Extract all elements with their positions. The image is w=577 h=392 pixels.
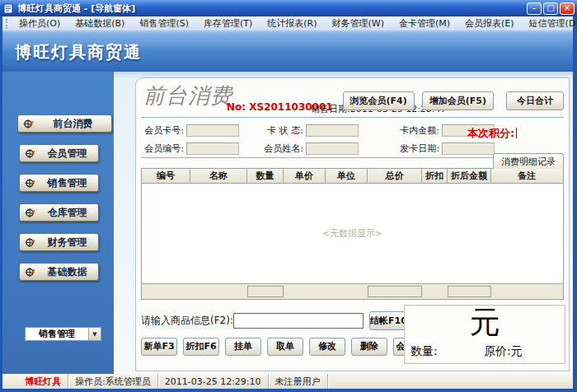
- discount-button[interactable]: 折扣F6: [183, 338, 219, 356]
- window-frame: 操作员(O) 基础数据(B) 销售管理(S) 库存管理(T) 统计报表(R) 财…: [0, 16, 577, 391]
- menu-reports[interactable]: 统计报表(R): [260, 16, 324, 31]
- menubar: 操作员(O) 基础数据(B) 销售管理(S) 库存管理(T) 统计报表(R) 财…: [2, 16, 573, 31]
- sidebar-item-members[interactable]: 会员管理: [19, 144, 99, 162]
- statusbar: 博旺灯具 操作员:系统管理员 2011-03-25 12:29:10 未注册用户: [2, 374, 573, 389]
- col-qty[interactable]: 数量: [247, 169, 284, 183]
- col-discounted-amount[interactable]: 折后金额: [448, 169, 490, 183]
- app-body: 前台消费 会员管理 销售管理 仓库管理 财务管理: [2, 72, 573, 374]
- gear-icon: [25, 237, 35, 248]
- gear-icon: [25, 267, 35, 278]
- points-label: 本次积分:: [467, 126, 517, 141]
- status-brand: 博旺灯具: [2, 374, 68, 389]
- maximize-button[interactable]: □: [543, 2, 558, 15]
- card-issue-date-label: 发卡日期:: [393, 142, 439, 155]
- col-name[interactable]: 名称: [190, 169, 247, 183]
- module-dropdown-value: 销售管理: [26, 328, 88, 340]
- sidebar-item-label: 前台消费: [38, 117, 111, 131]
- app-icon: [3, 3, 14, 14]
- member-name-label: 会员姓名:: [257, 142, 303, 155]
- tab-row: 消费明细记录: [141, 157, 564, 168]
- product-entry-input[interactable]: [233, 313, 364, 329]
- banner-title: 博旺灯具商贸通: [15, 41, 142, 63]
- gear-icon: [23, 119, 34, 129]
- card-issue-date-input[interactable]: [442, 142, 495, 155]
- page-header: 前台消费 No: XS2011030001 销售日期:2011-03-25 12…: [141, 82, 564, 116]
- titlebar: 博旺灯具商贸通 - [导航窗体] – □ ×: [0, 0, 577, 16]
- delete-button[interactable]: 删除: [351, 338, 387, 356]
- status-datetime: 2011-03-25 12:29:10: [158, 374, 269, 389]
- menu-finance[interactable]: 财务管理(W): [325, 16, 392, 31]
- member-card-no-input[interactable]: [186, 124, 239, 137]
- today-total-button[interactable]: 今日合计: [506, 91, 564, 110]
- retrieve-order-button[interactable]: 取单: [267, 338, 303, 356]
- col-remark[interactable]: 备注: [491, 169, 563, 183]
- col-total[interactable]: 总价: [368, 169, 422, 183]
- sidebar-item-label: 基础数据: [40, 265, 98, 279]
- grid-header: 编号 名称 数量 单价 单位 总价 折扣 折后金额 备注: [142, 169, 563, 184]
- menu-grip-icon: [6, 19, 7, 29]
- status-license: 未注册用户: [269, 374, 328, 389]
- status-operator: 操作员:系统管理员: [68, 374, 158, 389]
- front-desk-panel: 前台消费 No: XS2011030001 销售日期:2011-03-25 12…: [135, 77, 570, 371]
- hold-order-button[interactable]: 挂单: [225, 338, 261, 356]
- browse-members-button[interactable]: 浏览会员(F4): [343, 91, 415, 110]
- tab-consumption-detail[interactable]: 消费明细记录: [493, 153, 564, 169]
- chevron-down-icon[interactable]: ▼: [88, 328, 101, 340]
- checkout-button[interactable]: 结帐F10: [369, 311, 408, 330]
- quantity-label: 数量:: [410, 344, 438, 359]
- modify-button[interactable]: 修改: [309, 338, 345, 356]
- add-member-button[interactable]: 增加会员(F5): [422, 91, 494, 110]
- sidebar: 前台消费 会员管理 销售管理 仓库管理 财务管理: [2, 72, 114, 374]
- col-unit-price[interactable]: 单价: [284, 169, 326, 183]
- summary-qty-box: [247, 286, 284, 297]
- summary-discounted-box: [448, 286, 490, 297]
- col-id[interactable]: 编号: [142, 169, 190, 183]
- text-caret: [516, 128, 517, 138]
- summary-total-box: [368, 286, 422, 297]
- menu-operator[interactable]: 操作员(O): [12, 16, 68, 31]
- sidebar-item-label: 仓库管理: [40, 206, 98, 220]
- content-area: 前台消费 No: XS2011030001 销售日期:2011-03-25 12…: [114, 72, 573, 374]
- original-price-label: 原价:元: [484, 344, 523, 359]
- menu-sms[interactable]: 短信管理(D): [522, 16, 577, 31]
- grid-summary-row: [142, 283, 563, 299]
- sidebar-item-finance[interactable]: 财务管理: [19, 233, 99, 251]
- new-order-button[interactable]: 新单F3: [141, 338, 177, 356]
- gear-icon: [25, 208, 35, 218]
- page-title: 前台消费: [143, 82, 232, 110]
- menu-sales[interactable]: 销售管理(S): [132, 16, 196, 31]
- gear-icon: [25, 178, 35, 189]
- member-fields: 会员卡号: 卡 状 态: 卡内金额:: [141, 118, 564, 157]
- minimize-button[interactable]: –: [527, 2, 542, 15]
- items-grid: 编号 名称 数量 单价 单位 总价 折扣 折后金额 备注 <无数据显示>: [141, 168, 564, 300]
- price-panel: 元 数量: 原价:元: [404, 305, 565, 364]
- header-buttons: 浏览会员(F4) 增加会员(F5) 今日合计: [343, 91, 564, 110]
- menu-gold-card[interactable]: 金卡管理(M): [392, 16, 457, 31]
- menu-member-reports[interactable]: 会员报表(E): [457, 16, 522, 31]
- menu-basic-data[interactable]: 基础数据(B): [68, 16, 132, 31]
- menu-inventory[interactable]: 库存管理(T): [196, 16, 260, 31]
- member-card-no-label: 会员卡号:: [141, 124, 184, 137]
- grid-empty-state: <无数据显示>: [142, 184, 563, 283]
- sidebar-item-label: 财务管理: [40, 236, 98, 250]
- sidebar-item-label: 会员管理: [40, 147, 98, 161]
- card-balance-label: 卡内金额:: [393, 124, 439, 137]
- col-unit[interactable]: 单位: [326, 169, 368, 183]
- member-name-input[interactable]: [306, 142, 359, 155]
- app-window: 博旺灯具商贸通 - [导航窗体] – □ × 操作员(O) 基础数据(B) 销售…: [0, 0, 577, 392]
- sidebar-item-label: 销售管理: [40, 176, 98, 190]
- sidebar-item-warehouse[interactable]: 仓库管理: [19, 203, 99, 222]
- member-no-input[interactable]: [186, 142, 239, 155]
- product-entry-label: 请输入商品信息(F2):: [141, 314, 233, 328]
- window-title: 博旺灯具商贸通 - [导航窗体]: [17, 2, 525, 15]
- module-dropdown[interactable]: 销售管理 ▼: [25, 327, 101, 341]
- member-no-label: 会员编号:: [141, 142, 184, 155]
- sidebar-item-basic-data[interactable]: 基础数据: [19, 263, 99, 281]
- card-status-input[interactable]: [306, 124, 359, 137]
- banner: 博旺灯具商贸通: [2, 31, 573, 72]
- col-discount[interactable]: 折扣: [422, 169, 448, 183]
- close-button[interactable]: ×: [560, 2, 575, 15]
- sidebar-item-front-desk[interactable]: 前台消费: [17, 114, 112, 133]
- gear-icon: [25, 148, 35, 159]
- sidebar-item-sales[interactable]: 销售管理: [19, 174, 99, 192]
